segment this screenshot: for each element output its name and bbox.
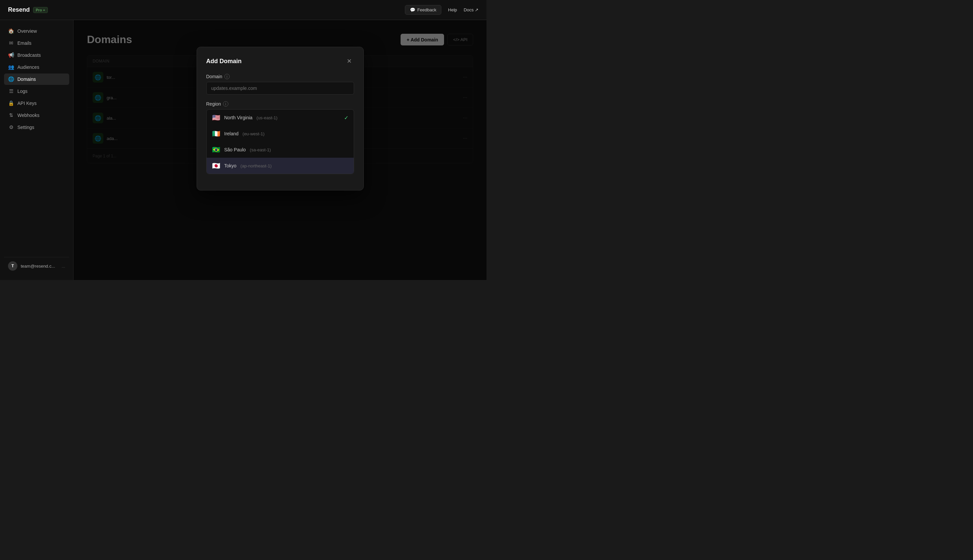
sidebar: 🏠 Overview ✉ Emails 📢 Broadcasts 👥 Audie…	[0, 20, 74, 280]
sidebar-label-logs: Logs	[17, 88, 27, 94]
flag-ie: 🇮🇪	[212, 130, 220, 138]
flag-jp: 🇯🇵	[212, 162, 220, 170]
region-option-us-east-1[interactable]: 🇺🇸 North Virginia (us-east-1) ✓	[207, 110, 354, 126]
avatar: T	[8, 261, 17, 271]
region-option-ap-northeast-1[interactable]: 🇯🇵 Tokyo (ap-northeast-1)	[207, 158, 354, 174]
region-name-us: North Virginia	[224, 115, 253, 120]
webhooks-icon: ⇅	[8, 112, 14, 118]
logs-icon: ☰	[8, 88, 14, 94]
region-code-us: (us-east-1)	[256, 115, 278, 120]
modal-overlay: Add Domain ✕ Domain i Region i	[74, 20, 486, 280]
region-name-br: São Paulo	[224, 147, 246, 152]
api-keys-icon: 🔒	[8, 100, 14, 106]
domain-info-icon[interactable]: i	[224, 74, 230, 79]
check-icon-us: ✓	[344, 115, 348, 121]
region-dropdown: 🇺🇸 North Virginia (us-east-1) ✓ 🇮🇪 Irela…	[206, 109, 354, 174]
add-domain-modal: Add Domain ✕ Domain i Region i	[197, 47, 364, 190]
modal-title: Add Domain	[206, 58, 242, 65]
region-code-jp: (ap-northeast-1)	[241, 163, 271, 168]
sidebar-label-domains: Domains	[17, 77, 36, 82]
docs-link[interactable]: Docs ↗	[464, 7, 478, 12]
region-label: Region i	[206, 101, 354, 107]
sidebar-item-domains[interactable]: 🌐 Domains	[4, 73, 69, 85]
sidebar-label-broadcasts: Broadcasts	[17, 52, 41, 58]
broadcast-icon: 📢	[8, 52, 14, 58]
sidebar-label-audiences: Audiences	[17, 65, 39, 70]
flag-br: 🇧🇷	[212, 146, 220, 154]
feedback-label: Feedback	[417, 7, 436, 12]
sidebar-item-api-keys[interactable]: 🔒 API Keys	[4, 98, 69, 109]
sidebar-nav: 🏠 Overview ✉ Emails 📢 Broadcasts 👥 Audie…	[4, 25, 69, 257]
domain-form-group: Domain i	[206, 74, 354, 95]
feedback-button[interactable]: 💬 Feedback	[405, 5, 441, 15]
feedback-icon: 💬	[410, 7, 415, 12]
sidebar-label-settings: Settings	[17, 125, 34, 130]
region-option-sa-east-1[interactable]: 🇧🇷 São Paulo (sa-east-1)	[207, 142, 354, 158]
sidebar-item-broadcasts[interactable]: 📢 Broadcasts	[4, 50, 69, 61]
header-left: Resend Pro +	[8, 7, 48, 13]
sidebar-item-overview[interactable]: 🏠 Overview	[4, 25, 69, 37]
body-layout: 🏠 Overview ✉ Emails 📢 Broadcasts 👥 Audie…	[0, 20, 486, 280]
sidebar-item-audiences[interactable]: 👥 Audiences	[4, 62, 69, 73]
sidebar-label-overview: Overview	[17, 28, 37, 34]
sidebar-label-emails: Emails	[17, 40, 32, 46]
user-email: team@resend.c...	[21, 263, 58, 268]
mail-icon: ✉	[8, 40, 14, 46]
region-code-ie: (eu-west-1)	[242, 131, 264, 136]
region-option-eu-west-1[interactable]: 🇮🇪 Ireland (eu-west-1)	[207, 126, 354, 142]
sidebar-item-logs[interactable]: ☰ Logs	[4, 85, 69, 97]
region-name-jp: Tokyo	[224, 163, 237, 168]
pro-badge: Pro +	[33, 7, 48, 13]
home-icon: 🏠	[8, 28, 14, 34]
domain-input[interactable]	[206, 82, 354, 95]
flag-us: 🇺🇸	[212, 113, 220, 122]
app-container: Resend Pro + 💬 Feedback Help Docs ↗ 🏠 Ov…	[0, 0, 486, 280]
domain-label: Domain i	[206, 74, 354, 79]
help-link[interactable]: Help	[448, 7, 457, 12]
sidebar-item-webhooks[interactable]: ⇅ Webhooks	[4, 110, 69, 121]
main-content: Domains + Add Domain </> API Domain Regi…	[74, 20, 486, 280]
sidebar-item-emails[interactable]: ✉ Emails	[4, 37, 69, 49]
modal-close-button[interactable]: ✕	[345, 57, 354, 66]
region-info-icon[interactable]: i	[223, 101, 228, 107]
modal-header: Add Domain ✕	[206, 57, 354, 66]
region-code-br: (sa-east-1)	[250, 147, 271, 152]
region-form-group: Region i 🇺🇸 North Virginia (us-east-1) ✓	[206, 101, 354, 174]
pro-plus: +	[43, 8, 45, 12]
domains-icon: 🌐	[8, 76, 14, 82]
settings-icon: ⚙	[8, 124, 14, 130]
pro-label: Pro	[36, 8, 42, 12]
sidebar-footer[interactable]: T team@resend.c... ...	[4, 257, 69, 275]
sidebar-label-api-keys: API Keys	[17, 100, 37, 106]
user-more-button[interactable]: ...	[62, 263, 65, 268]
region-name-ie: Ireland	[224, 131, 239, 136]
sidebar-item-settings[interactable]: ⚙ Settings	[4, 122, 69, 133]
header: Resend Pro + 💬 Feedback Help Docs ↗	[0, 0, 486, 20]
logo: Resend	[8, 7, 30, 13]
header-right: 💬 Feedback Help Docs ↗	[405, 5, 478, 15]
audiences-icon: 👥	[8, 64, 14, 70]
sidebar-label-webhooks: Webhooks	[17, 113, 40, 118]
